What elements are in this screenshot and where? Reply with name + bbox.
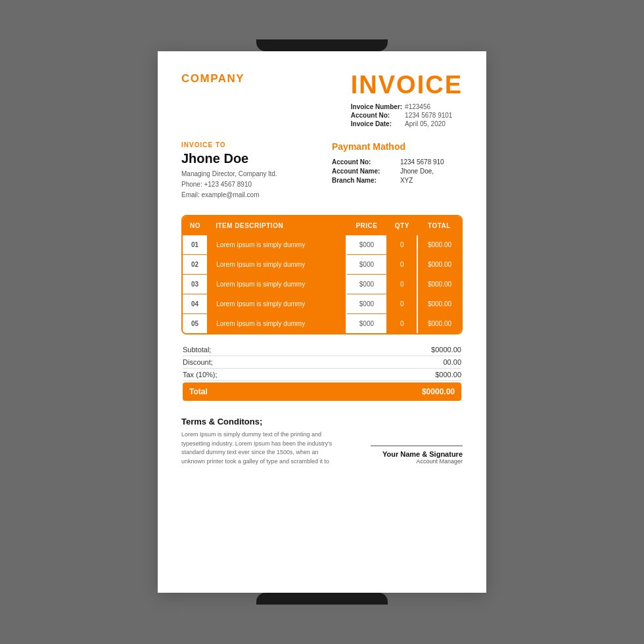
terms-title: Terms & Conditons; [181,417,342,426]
col-price: PRICE [346,216,386,235]
table-row: 01 Lorem Ipsum is simply dummy $000 0 $0… [183,235,461,255]
invoice-meta: Invoice Number: #123456 Account No: 1234… [351,103,463,128]
payment-branch-label: Branch Name: [332,175,400,185]
total-label: Total [189,387,208,396]
subtotal-row: Subtotal; $0000.00 [183,344,461,356]
client-name: Jhone Doe [181,151,312,166]
row-no: 02 [183,255,208,275]
total-value: $0000.00 [422,387,455,396]
totals-section: Subtotal; $0000.00 Discount; 00.00 Tax (… [181,344,463,401]
col-total: TOTAL [417,216,461,235]
info-row: INVOICE TO Jhone Doe Managing Director, … [181,141,463,200]
device-wrapper: COMPANY INVOICE Invoice Number: #123456 … [151,39,493,605]
invoice-date-value: April 05, 2020 [405,120,455,128]
row-total: $000.00 [417,255,461,275]
payment-account-name-value: Jhone Doe, [400,166,463,175]
col-qty: QTY [387,216,417,235]
client-title: Managing Director, Company ltd. [181,169,312,179]
bottom-section: Terms & Conditons; Lorem Ipsum is simply… [181,417,463,466]
invoice-paper: COMPANY INVOICE Invoice Number: #123456 … [158,51,486,593]
payment-title: Paymant Mathod [332,141,463,152]
tax-value: $000.00 [435,371,461,379]
signature-name: Your Name & Signature [382,450,463,458]
tax-row: Tax (10%); $000.00 [183,369,461,381]
payment-account-name-label: Account Name: [332,166,400,175]
row-description: Lorem Ipsum is simply dummy [208,314,346,334]
discount-value: 00.00 [443,358,461,366]
row-qty: 0 [387,275,417,294]
table-row: 03 Lorem Ipsum is simply dummy $000 0 $0… [183,275,461,294]
items-table-wrapper: NO ITEM DESCRIPTION PRICE QTY TOTAL 01 L… [181,215,463,334]
client-phone: Phone: +123 4567 8910 [181,179,312,190]
table-header-row: NO ITEM DESCRIPTION PRICE QTY TOTAL [183,216,461,235]
subtotal-value: $0000.00 [431,346,461,354]
invoice-number-label: Invoice Number: [351,103,405,111]
table-row: 04 Lorem Ipsum is simply dummy $000 0 $0… [183,294,461,314]
col-description: ITEM DESCRIPTION [208,216,346,235]
device-bottom-bar [256,593,388,605]
invoice-number-value: #123456 [405,103,455,111]
row-no: 04 [183,294,208,314]
invoice-to-block: INVOICE TO Jhone Doe Managing Director, … [181,141,312,200]
row-price: $000 [346,294,386,314]
invoice-date-label: Invoice Date: [351,120,405,128]
terms-text: Lorem Ipsum is simply dummy text of the … [181,430,342,466]
invoice-to-label: INVOICE TO [181,141,312,149]
row-description: Lorem Ipsum is simply dummy [208,255,346,275]
tax-label: Tax (10%); [183,371,218,379]
discount-label: Discount; [183,358,213,366]
row-price: $000 [346,275,386,294]
row-description: Lorem Ipsum is simply dummy [208,275,346,294]
row-description: Lorem Ipsum is simply dummy [208,235,346,255]
payment-method-block: Paymant Mathod Account No: 1234 5678 910… [312,141,463,200]
row-total: $000.00 [417,294,461,314]
account-label: Account No: [351,111,405,120]
account-value: 1234 5678 9101 [405,111,455,120]
signature-role: Account Manager [416,458,463,465]
items-table: NO ITEM DESCRIPTION PRICE QTY TOTAL 01 L… [183,216,461,333]
row-total: $000.00 [417,235,461,255]
invoice-title-block: INVOICE Invoice Number: #123456 Account … [351,72,463,128]
client-details: Managing Director, Company ltd. Phone: +… [181,169,312,200]
company-name: COMPANY [181,72,244,85]
invoice-header: COMPANY INVOICE Invoice Number: #123456 … [181,72,463,128]
col-no: NO [183,216,208,235]
payment-account-no-label: Account No: [332,157,400,166]
row-qty: 0 [387,235,417,255]
row-no: 03 [183,275,208,294]
row-description: Lorem Ipsum is simply dummy [208,294,346,314]
row-no: 01 [183,235,208,255]
payment-account-no-value: 1234 5678 910 [400,157,463,166]
row-qty: 0 [387,294,417,314]
table-row: 02 Lorem Ipsum is simply dummy $000 0 $0… [183,255,461,275]
device-top-bar [256,39,388,51]
row-price: $000 [346,255,386,275]
row-no: 05 [183,314,208,334]
discount-row: Discount; 00.00 [183,356,461,369]
row-total: $000.00 [417,314,461,334]
row-price: $000 [346,314,386,334]
row-qty: 0 [387,314,417,334]
row-total: $000.00 [417,275,461,294]
row-price: $000 [346,235,386,255]
subtotal-label: Subtotal; [183,346,211,354]
terms-block: Terms & Conditons; Lorem Ipsum is simply… [181,417,342,466]
payment-branch-value: XYZ [400,175,463,185]
signature-block: Your Name & Signature Account Manager [356,446,463,466]
invoice-title: INVOICE [351,72,463,97]
payment-table: Account No: 1234 5678 910 Account Name: … [332,157,463,185]
client-email: Email: example@mail.com [181,190,312,200]
table-row: 05 Lorem Ipsum is simply dummy $000 0 $0… [183,314,461,334]
signature-line [371,446,463,446]
total-final-row: Total $0000.00 [183,382,461,401]
row-qty: 0 [387,255,417,275]
